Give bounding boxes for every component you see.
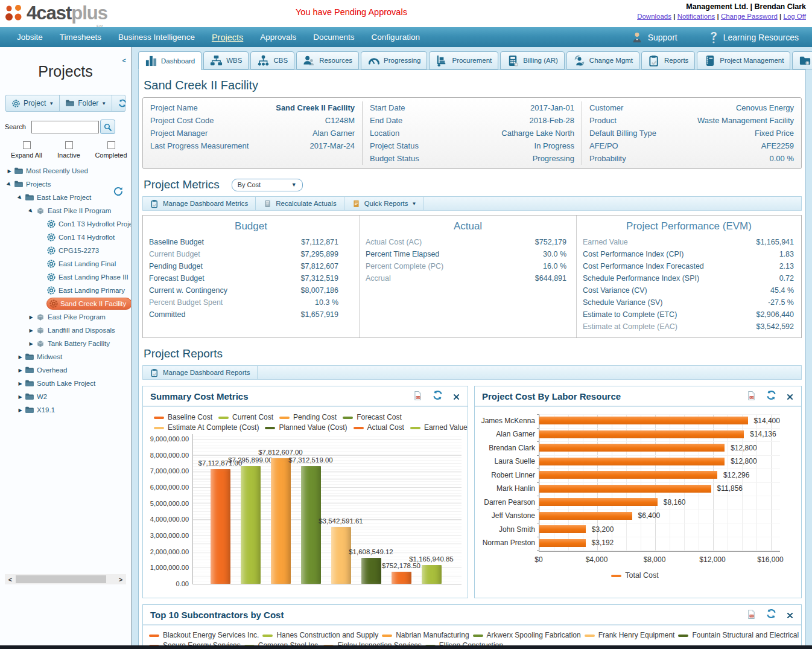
- tree-item-x19-1[interactable]: ▶X19.1: [0, 403, 131, 417]
- collapse-arrow-icon[interactable]: ▶: [26, 206, 36, 216]
- tree-item-landfill-and-disposals[interactable]: ▶Landfill and Disposals: [0, 324, 131, 337]
- downloads-link[interactable]: Downloads: [637, 13, 671, 20]
- change-password-link[interactable]: Change Password: [721, 13, 778, 20]
- bar-current-cost[interactable]: [241, 466, 261, 584]
- reload-button[interactable]: [113, 186, 124, 199]
- bar-darren-pearson[interactable]: [539, 498, 658, 506]
- manage-dashboard-metrics-button[interactable]: Manage Dashboard Metrics: [143, 197, 256, 210]
- search-input[interactable]: [31, 121, 99, 133]
- bar-john-smith[interactable]: [539, 525, 586, 533]
- bar-baseline-cost[interactable]: [211, 469, 230, 584]
- pending-approvals-alert[interactable]: You have Pending Approvals: [296, 7, 407, 17]
- expand-arrow-icon[interactable]: ▶: [27, 341, 36, 347]
- tree-item-tank-battery-facility[interactable]: ▶Tank Battery Facility: [0, 337, 131, 350]
- manage-dashboard-reports-button[interactable]: Manage Dashboard Reports: [143, 366, 258, 379]
- expand-arrow-icon[interactable]: ▶: [27, 328, 36, 333]
- bar-norman-preston[interactable]: [539, 539, 586, 547]
- bar-forecast-cost[interactable]: [301, 466, 321, 584]
- nav-configuration[interactable]: Configuration: [363, 33, 428, 42]
- tab-billing-ar[interactable]: Billing (AR): [500, 51, 565, 69]
- expand-arrow-icon[interactable]: ▶: [16, 381, 25, 386]
- bar-mark-hanlin[interactable]: [539, 485, 711, 493]
- tab-documents[interactable]: Documents: [792, 51, 812, 69]
- scroll-thumb[interactable]: [16, 575, 106, 583]
- tab-project-management[interactable]: Project Management: [697, 51, 790, 69]
- tree-item-east-landing-phase-iii[interactable]: East Landing Phase III: [0, 270, 131, 284]
- project-menu-button[interactable]: Project▼: [6, 95, 60, 111]
- bar-estimate-at-complete-cost[interactable]: [331, 527, 351, 584]
- bar-actual-cost[interactable]: [392, 572, 411, 584]
- sidebar-horizontal-scrollbar[interactable]: < >: [5, 574, 126, 584]
- refresh-tree-button[interactable]: [112, 95, 133, 111]
- bar-earned-value[interactable]: [422, 565, 442, 584]
- bar-laura-suelle[interactable]: [539, 458, 725, 465]
- nav-approvals[interactable]: Approvals: [252, 33, 305, 42]
- export-pdf-button[interactable]: PDF: [746, 391, 756, 401]
- search-button[interactable]: [100, 120, 115, 134]
- nav-projects[interactable]: Projects: [203, 33, 252, 42]
- export-pdf-button[interactable]: PDF: [413, 391, 423, 401]
- recalculate-actuals-button[interactable]: Recalculate Actuals: [256, 197, 344, 210]
- tree-item-east-landing-primary[interactable]: East Landing Primary: [0, 284, 131, 297]
- tab-reports[interactable]: Reports: [641, 51, 695, 69]
- checkbox-inactive[interactable]: Inactive: [52, 141, 86, 159]
- close-panel-button[interactable]: [786, 612, 794, 619]
- tree-item-south-lake-project[interactable]: ▶South Lake Project: [0, 377, 131, 390]
- refresh-chart-button[interactable]: [432, 389, 443, 401]
- export-pdf-button[interactable]: PDF: [746, 609, 756, 619]
- tree-item-east-landing-final[interactable]: East Landing Final: [0, 257, 131, 270]
- scroll-left-arrow-icon[interactable]: <: [6, 576, 14, 583]
- checkbox-expand-all[interactable]: Expand All: [10, 141, 43, 159]
- expand-arrow-icon[interactable]: ▶: [16, 354, 25, 360]
- tree-item-overhead[interactable]: ▶Overhead: [0, 363, 131, 377]
- tab-change-mgmt[interactable]: Change Mgmt: [566, 51, 639, 69]
- nav-jobsite[interactable]: Jobsite: [8, 33, 51, 42]
- tab-resources[interactable]: Resources: [296, 51, 359, 69]
- expand-arrow-icon[interactable]: ▶: [27, 315, 36, 320]
- nav-business-intelligence[interactable]: Business Intelligence: [110, 33, 203, 42]
- notifications-link[interactable]: Notifications: [677, 13, 715, 20]
- tree-item-east-pike-ii-program[interactable]: ▶East Pike II Program: [0, 204, 131, 217]
- nav-documents[interactable]: Documents: [305, 33, 363, 42]
- nav-support[interactable]: Support: [623, 31, 686, 43]
- refresh-chart-button[interactable]: [766, 389, 777, 401]
- bar-planned-value-cost[interactable]: [361, 558, 381, 584]
- log-off-link[interactable]: Log Off: [783, 13, 806, 20]
- checkbox-completed[interactable]: Completed: [94, 141, 128, 159]
- checkbox-box[interactable]: [107, 141, 115, 149]
- tab-wbs[interactable]: WBS: [203, 51, 249, 69]
- refresh-chart-button[interactable]: [766, 608, 777, 619]
- tree-item-sand-creek-ii-facility[interactable]: Sand Creek II Facility: [0, 297, 131, 310]
- bar-pending-cost[interactable]: [271, 458, 291, 584]
- checkbox-box[interactable]: [23, 141, 31, 149]
- tab-progressing[interactable]: Progressing: [361, 51, 427, 69]
- tree-item-con1-t4-hydroflot[interactable]: Con1 T4 Hydroflot: [0, 231, 131, 244]
- nav-learning-resources[interactable]: ?Learning Resources: [700, 30, 807, 45]
- folder-menu-button[interactable]: Folder▼: [60, 95, 112, 111]
- close-panel-button[interactable]: [786, 393, 794, 401]
- quick-reports-button[interactable]: Quick Reports▼: [344, 197, 425, 210]
- tree-item-projects[interactable]: ▶Projects: [0, 177, 131, 191]
- expand-arrow-icon[interactable]: ▶: [16, 408, 25, 413]
- checkbox-box[interactable]: [65, 141, 73, 149]
- tree-item-east-lake-project[interactable]: ▶East Lake Project: [0, 191, 131, 204]
- logo[interactable]: 4castplus For Profitable Projects: [5, 2, 107, 25]
- bar-robert-linner[interactable]: [539, 471, 717, 479]
- collapse-arrow-icon[interactable]: ▶: [4, 179, 14, 190]
- tab-procurement[interactable]: Procurement: [429, 51, 498, 69]
- tree-item-cpg15-2273[interactable]: CPG15-2273: [0, 244, 131, 257]
- bar-alan-garner[interactable]: [539, 430, 744, 438]
- tree-item-east-pike-program[interactable]: ▶East Pike Program: [0, 310, 131, 324]
- tab-cbs[interactable]: CBS: [250, 51, 294, 69]
- scroll-right-arrow-icon[interactable]: >: [116, 576, 125, 583]
- tree-item-most-recently-used[interactable]: ▶Most Recently Used: [0, 164, 131, 177]
- bar-james-mckenna[interactable]: [539, 417, 748, 424]
- expand-arrow-icon[interactable]: ▶: [16, 368, 25, 373]
- sidebar-collapse-button[interactable]: <: [122, 57, 126, 64]
- expand-arrow-icon[interactable]: ▶: [5, 168, 14, 174]
- nav-timesheets[interactable]: Timesheets: [51, 33, 110, 42]
- expand-arrow-icon[interactable]: ▶: [16, 394, 25, 400]
- metrics-filter-dropdown[interactable]: By Cost ▼: [232, 179, 303, 191]
- collapse-arrow-icon[interactable]: ▶: [15, 193, 25, 203]
- tree-item-w2[interactable]: ▶W2: [0, 390, 131, 403]
